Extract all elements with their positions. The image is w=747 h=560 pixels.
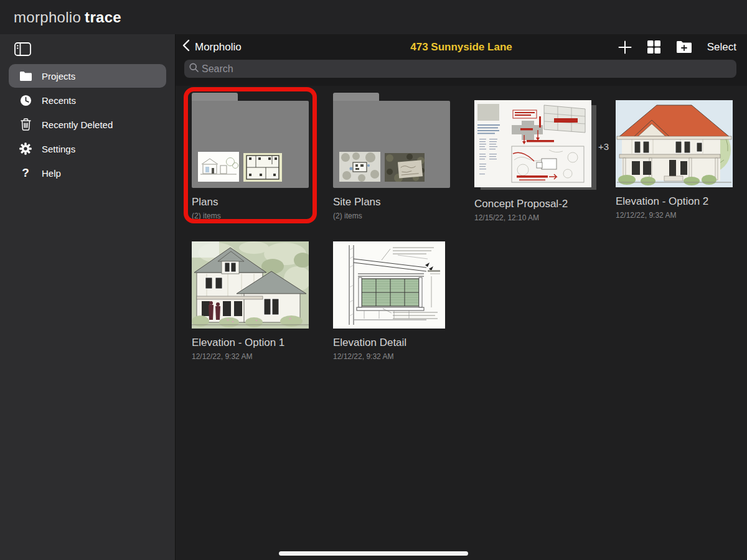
sidebar-item-label: Settings	[42, 144, 75, 154]
main-panel: Morpholio 473 Sunnyside Lane Sele	[176, 34, 747, 560]
new-folder-icon[interactable]	[676, 40, 692, 54]
item-title: Plans	[192, 196, 309, 208]
item-subtitle: 12/12/22, 9:32 AM	[616, 211, 733, 220]
item-subtitle: (2) items	[333, 212, 450, 220]
logo-morpholio: morpholio	[14, 9, 81, 26]
home-indicator[interactable]	[279, 551, 468, 556]
sidebar-item-label: Projects	[42, 71, 75, 82]
grid-item-elevation-detail[interactable]: Elevation Detail 12/12/22, 9:32 AM	[333, 234, 450, 375]
elevation-detail-thumbnail	[333, 241, 445, 329]
plans-mini-thumb-1	[198, 152, 239, 182]
question-icon: ?	[19, 166, 32, 180]
plans-mini-thumb-2	[243, 153, 282, 182]
add-button[interactable]	[618, 40, 632, 54]
gear-icon	[19, 142, 32, 156]
site-plans-mini-thumb-2	[385, 153, 425, 182]
sidebar-item-label: Help	[42, 168, 61, 179]
folder-thumbnail	[333, 93, 450, 188]
app-window: morpholiotrace Projects	[0, 0, 747, 560]
header-actions: Select	[618, 40, 736, 54]
main-header-area: Morpholio 473 Sunnyside Lane Sele	[176, 34, 747, 86]
grid-view-icon[interactable]	[647, 40, 661, 54]
item-subtitle: 12/15/22, 12:10 AM	[474, 213, 591, 222]
item-title: Elevation - Option 1	[192, 337, 309, 349]
concept-proposal-thumbnail	[474, 100, 591, 187]
sidebar-item-recents[interactable]: Recents	[9, 88, 166, 112]
grid-item-plans[interactable]: Plans (2) items	[192, 93, 309, 234]
folder-icon	[19, 69, 32, 83]
search-bar[interactable]	[184, 60, 736, 78]
grid-item-site-plans[interactable]: Site Plans (2) items	[333, 93, 450, 234]
select-button[interactable]: Select	[707, 41, 736, 54]
sidebar-nav: Projects Recents	[0, 64, 175, 185]
chevron-left-icon	[182, 39, 190, 55]
item-subtitle: 12/12/22, 9:32 AM	[333, 352, 450, 361]
logo-trace: trace	[85, 9, 121, 26]
item-title: Site Plans	[333, 196, 450, 208]
grid-item-concept-proposal-2[interactable]: +3 Concept Proposal-2 12/15/22, 12:10 AM	[474, 93, 591, 234]
trash-icon	[19, 118, 32, 131]
elevation-option-2-thumbnail	[616, 100, 733, 187]
grid-item-elevation-option-2[interactable]: Elevation - Option 2 12/12/22, 9:32 AM	[616, 93, 733, 234]
sidebar: Projects Recents	[0, 34, 176, 560]
sidebar-item-label: Recently Deleted	[42, 119, 113, 130]
more-count-badge: +3	[598, 141, 609, 152]
sidebar-item-recently-deleted[interactable]: Recently Deleted	[9, 113, 166, 136]
elevation-option-1-thumbnail	[192, 241, 309, 329]
folder-thumbnail	[192, 93, 309, 188]
site-plans-mini-thumb-1	[339, 152, 380, 182]
sidebar-item-label: Recents	[42, 95, 76, 106]
sidebar-item-settings[interactable]: Settings	[9, 137, 166, 161]
project-grid: Plans (2) items	[192, 93, 747, 375]
app-logo: morpholiotrace	[14, 9, 121, 26]
app-topbar: morpholiotrace	[0, 0, 747, 34]
item-title: Concept Proposal-2	[474, 198, 591, 210]
sidebar-toggle-icon[interactable]	[12, 40, 32, 58]
clock-icon	[19, 93, 32, 107]
item-title: Elevation Detail	[333, 337, 450, 349]
search-input[interactable]	[202, 63, 731, 75]
back-button[interactable]: Morpholio	[182, 39, 242, 55]
item-subtitle: (2) items	[192, 212, 309, 220]
sidebar-item-projects[interactable]: Projects	[9, 64, 166, 88]
grid-item-elevation-option-1[interactable]: Elevation - Option 1 12/12/22, 9:32 AM	[192, 234, 309, 375]
search-icon	[189, 63, 199, 75]
sidebar-item-help[interactable]: ? Help	[9, 161, 166, 185]
item-subtitle: 12/12/22, 9:32 AM	[192, 352, 309, 361]
item-title: Elevation - Option 2	[616, 195, 733, 208]
back-button-label: Morpholio	[195, 41, 242, 54]
